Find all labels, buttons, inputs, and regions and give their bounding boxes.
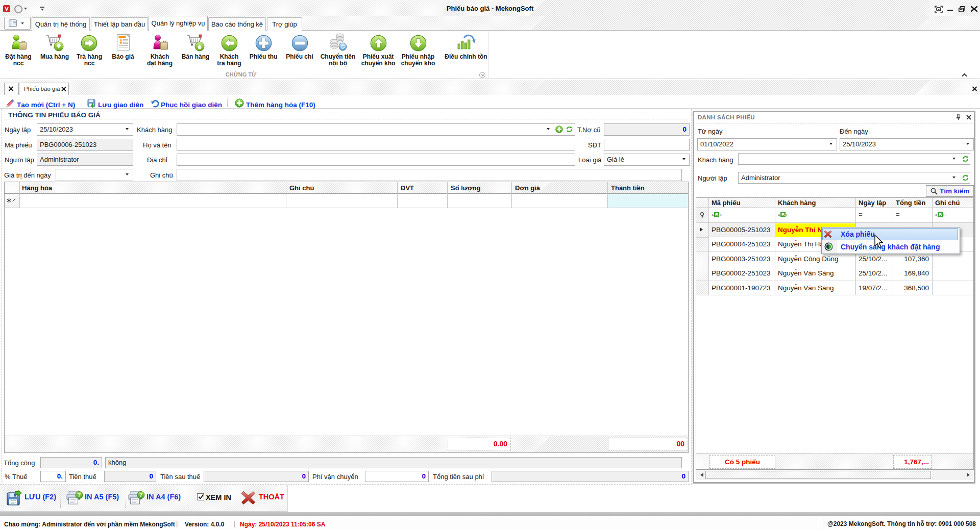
- svg-text:?: ?: [139, 492, 142, 498]
- svg-text:?: ?: [78, 492, 81, 498]
